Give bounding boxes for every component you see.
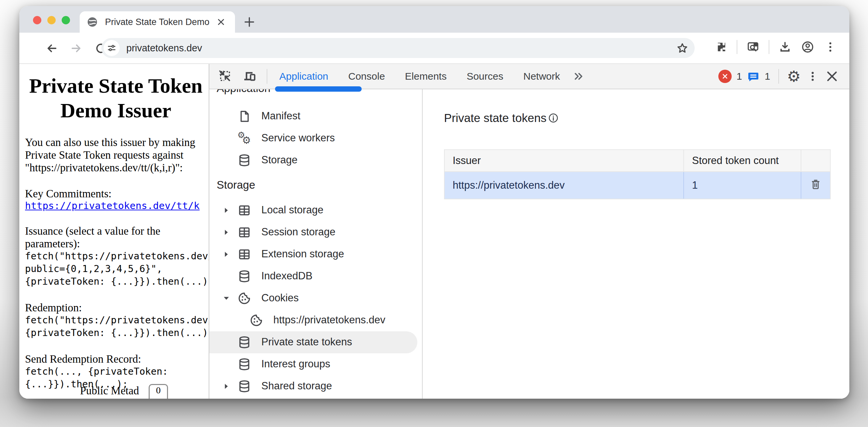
service-workers-gears-icon: ⚙⚙ (237, 131, 251, 145)
macos-minimize-button[interactable] (47, 16, 56, 24)
delete-trash-icon[interactable] (809, 178, 822, 191)
toolbar-divider (737, 40, 737, 54)
issuer-cell[interactable]: https://privatetokens.dev (444, 172, 684, 199)
devtools-panel: Application Console Elements Sources Net… (209, 64, 849, 399)
sidebar-item-shared-storage[interactable]: Shared storage (209, 375, 422, 397)
database-icon (237, 379, 251, 393)
url-text[interactable]: privatetokens.dev (126, 43, 675, 54)
sidebar-item-indexeddb[interactable]: IndexedDB (209, 265, 422, 287)
devtools-tab-application[interactable]: Application (269, 71, 338, 82)
device-toolbar-icon[interactable] (243, 69, 257, 84)
browser-tab[interactable]: Private State Token Demo (80, 11, 235, 33)
omnibox[interactable]: privatetokens.dev (101, 38, 695, 58)
macos-close-button[interactable] (33, 16, 41, 24)
toolbar-divider (769, 40, 769, 54)
column-header-actions (801, 150, 830, 172)
active-tab-underline (275, 86, 362, 92)
chevron-down-icon[interactable] (222, 294, 231, 303)
search-side-panel-icon[interactable] (746, 40, 760, 54)
intro-paragraph: You can also use this issuer by making P… (25, 136, 209, 174)
downloads-icon[interactable] (778, 40, 792, 54)
browser-window: Private State Token Demo privatetokens.d… (19, 6, 849, 399)
table-header-row: Issuer Stored token count (444, 150, 830, 172)
column-header-stored-token-count[interactable]: Stored token count (684, 150, 801, 172)
devtools-tab-console[interactable]: Console (338, 71, 395, 82)
redemption-code-line: fetch("https://privatetokens.dev/tt/ (25, 314, 209, 327)
sidebar-item-private-state-tokens[interactable]: Private state tokens (209, 331, 417, 353)
error-count[interactable]: 1 (736, 71, 742, 82)
forward-button[interactable] (69, 41, 83, 55)
chevron-right-icon[interactable] (222, 228, 231, 237)
devtools-toolbar-divider (267, 69, 267, 84)
sidebar-item-service-workers[interactable]: ⚙⚙ Service workers (209, 127, 422, 149)
chevron-right-icon[interactable] (222, 250, 231, 259)
devtools-toolbar-divider (778, 69, 779, 84)
chevron-right-icon[interactable] (222, 206, 231, 215)
stored-token-count-cell[interactable]: 1 (684, 172, 801, 199)
devtools-body: Application Manifest ⚙⚙ Service workers (209, 89, 849, 399)
database-icon (237, 269, 251, 283)
sidebar-item-session-storage[interactable]: Session storage (209, 221, 422, 243)
sidebar-item-extension-storage[interactable]: Extension storage (209, 243, 422, 265)
sidebar-item-manifest[interactable]: Manifest (209, 105, 422, 127)
page-title: Private State Token Demo Issuer (25, 73, 207, 123)
back-button[interactable] (45, 41, 59, 55)
issuance-label: Issuance (select a value for the paramet… (25, 225, 209, 250)
console-message-icon[interactable] (747, 70, 760, 83)
error-badge-icon[interactable] (718, 70, 732, 83)
sidebar-section-storage: Storage (217, 179, 255, 191)
settings-gear-icon[interactable]: ⚙ (787, 69, 801, 84)
devtools-menu-kebab-icon[interactable] (805, 69, 820, 84)
inspect-element-icon[interactable] (218, 69, 232, 84)
srr-code-line: fetch(..., {privateToken: (25, 365, 209, 378)
application-sidebar: Application Manifest ⚙⚙ Service workers (209, 89, 423, 399)
key-commitments-link[interactable]: https://privatetokens.dev/tt/k (25, 200, 200, 211)
sidebar-item-storage[interactable]: Storage (209, 149, 422, 171)
sidebar-item-interest-groups[interactable]: Interest groups (209, 353, 422, 375)
document-icon (237, 109, 251, 123)
browser-toolbar: privatetokens.dev (19, 33, 849, 63)
public-metadata-label: Public Metad (80, 385, 139, 397)
devtools-close-icon[interactable] (825, 69, 839, 84)
database-icon (237, 335, 251, 349)
column-header-issuer[interactable]: Issuer (444, 150, 684, 172)
devtools-tab-sources[interactable]: Sources (457, 71, 513, 82)
table-grid-icon (237, 203, 251, 217)
redemption-code-line: {privateToken: {...}}).then(...); (25, 327, 209, 339)
table-row[interactable]: https://privatetokens.dev 1 (444, 172, 830, 199)
redemption-label: Redemption: (25, 301, 209, 314)
browser-menu-kebab-icon[interactable] (823, 40, 837, 54)
bookmark-star-icon[interactable] (675, 41, 689, 55)
issuance-code-line: fetch("https://privatetokens.dev/tt/ (25, 250, 209, 263)
public-metadata-input[interactable]: 0 (149, 384, 168, 399)
web-page: Private State Token Demo Issuer You can … (19, 64, 209, 399)
panel-heading: Private state tokens (444, 111, 546, 125)
extensions-puzzle-icon[interactable] (714, 40, 728, 54)
message-count[interactable]: 1 (765, 71, 770, 82)
tab-close-icon[interactable] (214, 15, 228, 29)
more-tabs-chevron-icon[interactable] (571, 69, 586, 84)
site-settings-tune-icon[interactable] (104, 40, 120, 56)
content-area: Private State Token Demo Issuer You can … (19, 63, 849, 399)
sidebar-item-cookie-origin[interactable]: https://privatetokens.dev (209, 309, 422, 331)
table-grid-icon (237, 247, 251, 261)
cookie-icon (237, 291, 251, 305)
private-state-tokens-panel: Private state tokens Issuer Stored token… (423, 89, 849, 399)
macos-zoom-button[interactable] (62, 16, 70, 24)
info-icon[interactable] (548, 112, 559, 124)
tokens-table: Issuer Stored token count https://privat… (444, 149, 831, 199)
sidebar-section-application: Application (217, 89, 270, 95)
devtools-tab-elements[interactable]: Elements (395, 71, 457, 82)
sidebar-item-local-storage[interactable]: Local storage (209, 199, 422, 221)
clipped-bottom-row: Public Metad 0 (19, 385, 209, 399)
new-tab-button[interactable] (241, 14, 257, 30)
database-icon (237, 153, 251, 167)
profile-avatar-icon[interactable] (801, 40, 815, 54)
chevron-right-icon[interactable] (222, 382, 231, 391)
key-commitments-label: Key Commitments: (25, 187, 209, 200)
sidebar-item-cookies[interactable]: Cookies (209, 287, 422, 309)
devtools-tab-network[interactable]: Network (513, 71, 570, 82)
traffic-lights (33, 16, 70, 24)
globe-favicon-icon (87, 17, 98, 27)
cookie-icon (249, 313, 264, 327)
